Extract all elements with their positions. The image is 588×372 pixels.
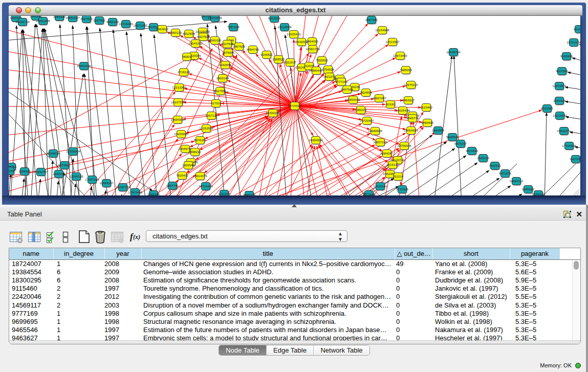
svg-text:14055714: 14055714 bbox=[15, 20, 30, 24]
svg-text:1292344: 1292344 bbox=[218, 192, 231, 195]
svg-text:1409948: 1409948 bbox=[182, 163, 195, 167]
svg-text:9242848: 9242848 bbox=[219, 63, 232, 67]
svg-text:12353594: 12353594 bbox=[199, 126, 213, 130]
svg-text:12093872: 12093872 bbox=[552, 84, 567, 87]
svg-text:7386372: 7386372 bbox=[355, 108, 367, 112]
svg-text:9845779: 9845779 bbox=[406, 116, 419, 120]
svg-text:9245012: 9245012 bbox=[532, 192, 545, 195]
svg-text:3624554: 3624554 bbox=[360, 91, 373, 94]
svg-text:2803144: 2803144 bbox=[216, 76, 229, 80]
svg-text:1244413: 1244413 bbox=[553, 99, 566, 102]
svg-text:16210643: 16210643 bbox=[553, 114, 567, 117]
svg-text:9777169: 9777169 bbox=[335, 80, 348, 83]
svg-text:1292344: 1292344 bbox=[147, 192, 160, 195]
svg-text:1145194: 1145194 bbox=[53, 172, 65, 176]
svg-text:12213389: 12213389 bbox=[172, 85, 186, 89]
svg-text:10807487: 10807487 bbox=[372, 96, 386, 100]
svg-text:16782759: 16782759 bbox=[116, 185, 130, 189]
svg-text:1167533: 1167533 bbox=[570, 157, 580, 161]
svg-text:14136141: 14136141 bbox=[373, 184, 387, 188]
svg-text:252214: 252214 bbox=[393, 174, 404, 178]
svg-text:12942757: 12942757 bbox=[34, 170, 48, 173]
svg-text:8215955: 8215955 bbox=[541, 106, 554, 110]
svg-text:9474444: 9474444 bbox=[466, 149, 478, 152]
svg-text:62160: 62160 bbox=[386, 102, 395, 106]
svg-text:19166825: 19166825 bbox=[174, 132, 188, 136]
svg-text:2687682: 2687682 bbox=[365, 18, 378, 21]
svg-text:10688609: 10688609 bbox=[368, 129, 382, 133]
svg-text:16671355: 16671355 bbox=[133, 24, 147, 27]
svg-text:17957225: 17957225 bbox=[85, 178, 99, 181]
svg-text:10154808: 10154808 bbox=[375, 28, 389, 32]
svg-text:17359924: 17359924 bbox=[66, 149, 80, 153]
svg-text:9245652: 9245652 bbox=[522, 187, 535, 191]
svg-text:10654112: 10654112 bbox=[509, 179, 524, 183]
svg-text:8813054: 8813054 bbox=[268, 16, 281, 20]
svg-text:2867608: 2867608 bbox=[233, 45, 246, 48]
svg-text:2935114: 2935114 bbox=[477, 156, 489, 160]
svg-text:9329966: 9329966 bbox=[560, 54, 573, 58]
svg-text:15692971: 15692971 bbox=[557, 129, 571, 133]
svg-text:8471676: 8471676 bbox=[499, 171, 512, 175]
svg-text:7357224: 7357224 bbox=[227, 25, 240, 29]
svg-text:2718129: 2718129 bbox=[178, 70, 190, 74]
svg-text:9227342: 9227342 bbox=[556, 69, 569, 73]
svg-text:1588520: 1588520 bbox=[272, 57, 285, 61]
svg-text:7955812: 7955812 bbox=[316, 58, 329, 62]
svg-text:1733426: 1733426 bbox=[396, 187, 409, 191]
svg-text:8186328: 8186328 bbox=[209, 38, 222, 42]
svg-text:6879197: 6879197 bbox=[454, 142, 467, 145]
svg-text:10653267: 10653267 bbox=[66, 16, 80, 19]
svg-text:20206536: 20206536 bbox=[46, 151, 60, 155]
svg-text:1371648: 1371648 bbox=[363, 192, 376, 195]
svg-text:17016504: 17016504 bbox=[562, 144, 576, 147]
svg-text:10756928: 10756928 bbox=[397, 144, 411, 147]
svg-text:12505135: 12505135 bbox=[69, 174, 83, 178]
svg-text:16107554: 16107554 bbox=[171, 100, 185, 104]
svg-text:10025438: 10025438 bbox=[396, 108, 410, 112]
svg-text:5938923: 5938923 bbox=[446, 135, 459, 139]
svg-text:9845779: 9845779 bbox=[243, 193, 256, 195]
svg-text:8912954: 8912954 bbox=[183, 32, 195, 35]
svg-text:9084067: 9084067 bbox=[381, 151, 394, 155]
svg-text:20364436: 20364436 bbox=[346, 98, 360, 101]
svg-text:1615132: 1615132 bbox=[386, 163, 399, 166]
svg-text:9115460: 9115460 bbox=[420, 105, 432, 109]
svg-text:9657791: 9657791 bbox=[166, 184, 179, 187]
svg-text:9327508: 9327508 bbox=[221, 42, 234, 46]
svg-text:6466160: 6466160 bbox=[106, 20, 119, 24]
svg-text:8427552: 8427552 bbox=[214, 89, 227, 93]
svg-text:3498222: 3498222 bbox=[189, 150, 202, 154]
svg-text:1112541: 1112541 bbox=[573, 27, 580, 31]
svg-text:1527602: 1527602 bbox=[93, 18, 106, 22]
svg-text:9327503: 9327503 bbox=[197, 35, 210, 38]
svg-text:19384554: 19384554 bbox=[309, 138, 323, 142]
svg-text:9146821: 9146821 bbox=[260, 53, 273, 56]
svg-text:6794028: 6794028 bbox=[322, 68, 335, 71]
svg-text:9463627: 9463627 bbox=[402, 98, 415, 102]
svg-text:7663822: 7663822 bbox=[156, 27, 169, 31]
svg-text:18724007: 18724007 bbox=[288, 104, 302, 107]
svg-text:19654923: 19654923 bbox=[404, 128, 418, 132]
svg-text:16543392: 16543392 bbox=[188, 41, 203, 45]
svg-text:10648764: 10648764 bbox=[446, 50, 461, 54]
svg-text:1640954: 1640954 bbox=[432, 128, 445, 132]
svg-text:98901: 98901 bbox=[182, 55, 191, 58]
svg-text:19654965: 19654965 bbox=[170, 118, 185, 121]
svg-text:19218506: 19218506 bbox=[277, 25, 292, 29]
svg-text:13325419: 13325419 bbox=[287, 32, 301, 36]
svg-text:6497508: 6497508 bbox=[341, 87, 354, 91]
svg-text:7485063: 7485063 bbox=[400, 68, 412, 72]
svg-text:16914479: 16914479 bbox=[193, 174, 207, 178]
svg-text:18807249: 18807249 bbox=[373, 140, 387, 144]
svg-text:20091406: 20091406 bbox=[36, 19, 50, 23]
svg-text:1065326: 1065326 bbox=[53, 16, 66, 18]
svg-text:15720407: 15720407 bbox=[360, 119, 374, 122]
svg-text:10719155: 10719155 bbox=[119, 22, 133, 26]
svg-text:15751074: 15751074 bbox=[567, 40, 580, 44]
svg-text:8454749: 8454749 bbox=[247, 48, 259, 51]
svg-text:10958107: 10958107 bbox=[99, 181, 114, 185]
svg-text:12975115: 12975115 bbox=[404, 83, 418, 86]
svg-text:3267130: 3267130 bbox=[205, 114, 218, 117]
svg-text:417003: 417003 bbox=[211, 101, 222, 105]
